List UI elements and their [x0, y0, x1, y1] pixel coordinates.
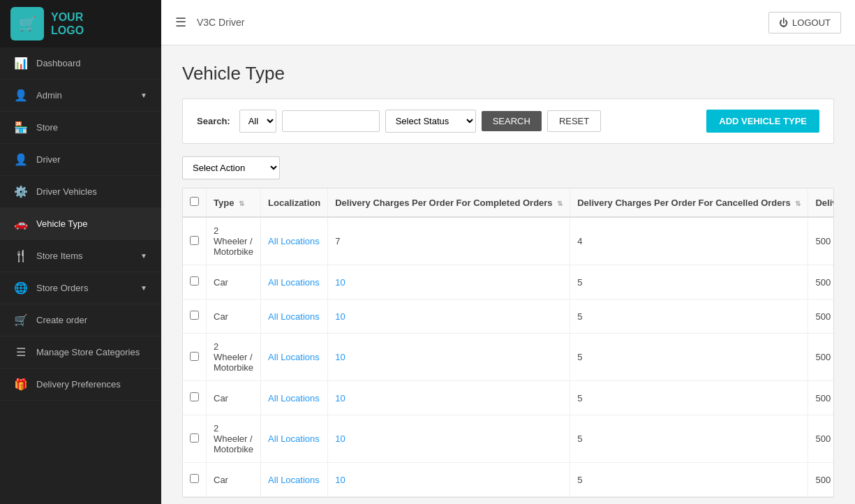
reset-button[interactable]: RESET — [547, 110, 601, 132]
td-localization: All Locations — [261, 334, 328, 381]
td-checkbox — [183, 217, 207, 265]
td-type: 2 Wheeler / Motorbike — [207, 334, 261, 381]
table-header: Type ⇅ Localization Delivery Charges Per… — [183, 188, 834, 217]
store-icon: 🏪 — [14, 121, 28, 134]
manage-store-categories-icon: ☰ — [14, 346, 28, 359]
sidebar-item-create-order[interactable]: 🛒 Create order — [0, 304, 161, 336]
sidebar-item-store-orders[interactable]: 🌐 Store Orders ▼ — [0, 272, 161, 304]
action-bar: Select Action — [182, 156, 834, 179]
td-charges-completed: 10 — [328, 463, 570, 497]
dashboard-icon: 📊 — [14, 57, 28, 70]
td-charges-completed: 10 — [328, 299, 570, 334]
search-button[interactable]: SEARCH — [482, 111, 542, 131]
td-checkbox — [183, 381, 207, 415]
sidebar-item-dashboard[interactable]: 📊 Dashboard — [0, 47, 161, 80]
chevron-down-icon: ▼ — [140, 91, 147, 99]
td-type: Car — [207, 381, 261, 415]
td-checkbox — [183, 265, 207, 299]
menu-icon[interactable]: ☰ — [175, 15, 186, 30]
th-delivery-radius: Delivery Radius ⇅ — [808, 188, 834, 217]
row-checkbox-5[interactable] — [190, 433, 199, 443]
td-type: Car — [207, 299, 261, 334]
delivery-preferences-icon: 🎁 — [14, 378, 28, 391]
search-all-select[interactable]: All — [239, 110, 276, 133]
td-checkbox — [183, 299, 207, 334]
header: ☰ V3C Driver ⏻ LOGOUT — [161, 0, 855, 45]
sidebar-item-label-admin: Admin — [36, 90, 62, 101]
content-area: Vehicle Type Search: All Select Status S… — [161, 45, 855, 504]
td-charges-cancelled: 5 — [570, 381, 808, 415]
sidebar-item-label-store-items: Store Items — [36, 251, 82, 261]
add-vehicle-type-button[interactable]: ADD VEHICLE TYPE — [706, 110, 819, 133]
td-delivery-radius: 500 — [808, 265, 834, 299]
td-localization: All Locations — [261, 463, 328, 497]
td-checkbox — [183, 334, 207, 381]
table-row: Car All Locations 10 5 500 1 ✓ ⚙ — [183, 299, 834, 334]
table-row: 2 Wheeler / Motorbike All Locations 10 5… — [183, 334, 834, 381]
td-checkbox — [183, 463, 207, 497]
td-charges-cancelled: 5 — [570, 265, 808, 299]
td-type: 2 Wheeler / Motorbike — [207, 217, 261, 265]
td-localization: All Locations — [261, 265, 328, 299]
vehicle-type-table-container: Type ⇅ Localization Delivery Charges Per… — [182, 188, 834, 498]
sidebar-logo: YOURLOGO — [0, 0, 161, 47]
td-localization: All Locations — [261, 381, 328, 415]
td-charges-completed: 10 — [328, 415, 570, 463]
sidebar-item-label-dashboard: Dashboard — [36, 58, 81, 68]
td-charges-cancelled: 5 — [570, 334, 808, 381]
table-row: Car All Locations 10 5 500 1 ✓ ⚙ — [183, 463, 834, 497]
sidebar-item-driver[interactable]: 👤 Driver — [0, 144, 161, 176]
td-delivery-radius: 500 — [808, 381, 834, 415]
sidebar-item-manage-store-categories[interactable]: ☰ Manage Store Categories — [0, 336, 161, 369]
sort-arrows-completed: ⇅ — [557, 200, 563, 207]
td-checkbox — [183, 415, 207, 463]
logout-button[interactable]: ⏻ LOGOUT — [768, 12, 841, 34]
th-localization: Localization — [261, 188, 328, 217]
sidebar-item-delivery-preferences[interactable]: 🎁 Delivery Preferences — [0, 369, 161, 401]
row-checkbox-4[interactable] — [190, 392, 199, 401]
th-charges-completed: Delivery Charges Per Order For Completed… — [328, 188, 570, 217]
sidebar-item-store-items[interactable]: 🍴 Store Items ▼ — [0, 240, 161, 272]
page-title: Vehicle Type — [182, 63, 834, 84]
td-charges-completed: 7 — [328, 217, 570, 265]
sidebar-item-store[interactable]: 🏪 Store — [0, 112, 161, 144]
row-checkbox-1[interactable] — [190, 276, 199, 286]
table-row: 2 Wheeler / Motorbike All Locations 10 5… — [183, 415, 834, 463]
sidebar-item-label-create-order: Create order — [36, 315, 87, 325]
td-localization: All Locations — [261, 415, 328, 463]
row-checkbox-3[interactable] — [190, 352, 199, 361]
search-input[interactable] — [282, 110, 380, 132]
row-checkbox-0[interactable] — [190, 236, 199, 245]
sidebar-item-label-store: Store — [36, 122, 58, 133]
sidebar-item-label-delivery-preferences: Delivery Preferences — [36, 379, 121, 390]
sidebar-item-vehicle-type[interactable]: 🚗 Vehicle Type — [0, 208, 161, 240]
td-charges-cancelled: 5 — [570, 463, 808, 497]
action-select[interactable]: Select Action — [182, 156, 280, 179]
sidebar-item-driver-vehicles[interactable]: ⚙️ Driver Vehicles — [0, 176, 161, 208]
sidebar: YOURLOGO 📊 Dashboard 👤 Admin ▼ 🏪 Store 👤… — [0, 0, 161, 504]
chevron-down-icon: ▼ — [140, 252, 147, 260]
sort-arrows-cancelled: ⇅ — [795, 200, 801, 207]
admin-icon: 👤 — [14, 89, 28, 102]
sidebar-item-label-driver-vehicles: Driver Vehicles — [36, 186, 97, 197]
td-localization: All Locations — [261, 299, 328, 334]
store-items-icon: 🍴 — [14, 249, 28, 262]
table-row: Car All Locations 10 5 500 1 ✓ ⚙ — [183, 265, 834, 299]
chevron-down-icon: ▼ — [140, 284, 147, 292]
row-checkbox-6[interactable] — [190, 474, 199, 483]
logo-text: YOURLOGO — [51, 10, 84, 37]
status-select[interactable]: Select Status — [385, 110, 476, 133]
td-charges-completed: 10 — [328, 381, 570, 415]
table-row: Car All Locations 10 5 500 1 ✓ ⚙ — [183, 381, 834, 415]
td-charges-completed: 10 — [328, 265, 570, 299]
power-icon: ⏻ — [779, 17, 788, 28]
td-delivery-radius: 500 — [808, 334, 834, 381]
driver-icon: 👤 — [14, 153, 28, 166]
sidebar-item-label-driver: Driver — [36, 154, 61, 165]
row-checkbox-2[interactable] — [190, 311, 199, 320]
store-orders-icon: 🌐 — [14, 281, 28, 295]
create-order-icon: 🛒 — [14, 313, 28, 327]
sidebar-item-admin[interactable]: 👤 Admin ▼ — [0, 80, 161, 112]
select-all-checkbox[interactable] — [190, 197, 199, 206]
td-charges-cancelled: 5 — [570, 415, 808, 463]
